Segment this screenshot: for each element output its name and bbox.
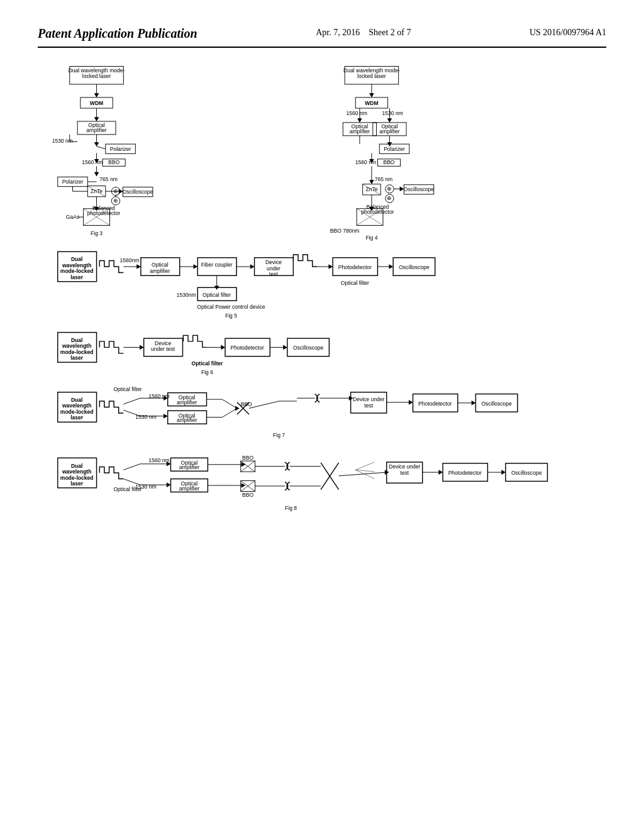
svg-text:amplifier: amplifier xyxy=(177,417,197,423)
svg-text:Polarizer: Polarizer xyxy=(110,146,131,152)
svg-text:Fig 7: Fig 7 xyxy=(273,432,285,438)
svg-marker-16 xyxy=(94,142,99,147)
svg-marker-66 xyxy=(357,118,362,123)
svg-text:Optical filter: Optical filter xyxy=(192,360,224,367)
svg-text:laser: laser xyxy=(70,480,84,487)
svg-text:1530 nm: 1530 nm xyxy=(382,110,403,116)
svg-text:Fig 8: Fig 8 xyxy=(285,505,297,511)
svg-marker-124 xyxy=(250,264,255,269)
svg-text:mode-locked: mode-locked xyxy=(60,409,94,415)
svg-text:Fiber coupler: Fiber coupler xyxy=(201,262,233,268)
svg-text:Fig 4: Fig 4 xyxy=(365,235,377,241)
svg-text:Oscilloscope: Oscilloscope xyxy=(404,186,435,192)
svg-line-172 xyxy=(123,398,140,404)
svg-text:mode-locked: mode-locked xyxy=(60,268,94,274)
svg-text:Device under: Device under xyxy=(353,396,385,402)
svg-text:Photodetector: Photodetector xyxy=(448,470,482,476)
svg-line-217 xyxy=(123,464,140,470)
svg-marker-202 xyxy=(409,400,413,405)
svg-text:1560 nm: 1560 nm xyxy=(355,159,376,165)
svg-text:Oscilloscope: Oscilloscope xyxy=(399,264,430,270)
svg-text:WDM: WDM xyxy=(90,100,103,106)
svg-text:Device: Device xyxy=(265,259,282,265)
svg-text:⊕: ⊕ xyxy=(387,185,392,192)
svg-marker-60 xyxy=(369,93,374,97)
svg-text:Photodetector: Photodetector xyxy=(418,401,452,407)
svg-text:Photodetector: Photodetector xyxy=(231,345,264,351)
page-header: Patent Application Publication Apr. 7, 2… xyxy=(38,25,606,48)
svg-marker-120 xyxy=(194,264,198,269)
patent-page: Patent Application Publication Apr. 7, 2… xyxy=(0,0,644,830)
svg-marker-135 xyxy=(389,264,393,269)
svg-text:test: test xyxy=(269,271,278,277)
svg-text:Oscilloscope: Oscilloscope xyxy=(123,189,153,195)
svg-text:Polarizer: Polarizer xyxy=(62,179,84,185)
svg-text:wavelength: wavelength xyxy=(62,262,92,268)
svg-text:BBO: BBO xyxy=(108,159,119,165)
svg-text:Oscilloscope: Oscilloscope xyxy=(511,470,542,476)
svg-text:Optical: Optical xyxy=(152,262,169,268)
diagrams-svg: Dual wavelength mode- locked laser WDM O… xyxy=(38,60,606,790)
svg-text:1530nm: 1530nm xyxy=(177,292,196,298)
svg-line-19 xyxy=(97,147,106,149)
patent-number: US 2016/0097964 A1 xyxy=(530,28,606,38)
svg-text:1530  nm: 1530 nm xyxy=(135,414,156,420)
svg-marker-261 xyxy=(501,470,506,475)
svg-text:mode-locked: mode-locked xyxy=(60,349,94,355)
svg-line-253 xyxy=(355,462,374,470)
svg-marker-223 xyxy=(167,482,171,487)
svg-text:BBO 780nm: BBO 780nm xyxy=(330,228,360,234)
svg-marker-257 xyxy=(438,470,443,475)
svg-marker-151 xyxy=(140,345,144,350)
svg-text:BBO: BBO xyxy=(383,159,394,165)
patent-title: Patent Application Publication xyxy=(38,25,197,42)
svg-text:laser: laser xyxy=(70,274,84,280)
svg-text:wavelength: wavelength xyxy=(62,468,92,475)
svg-text:laser: laser xyxy=(70,355,84,361)
svg-marker-114 xyxy=(136,264,141,269)
svg-text:GaAs: GaAs xyxy=(66,214,79,220)
svg-text:Fig 5: Fig 5 xyxy=(225,313,237,319)
svg-text:test: test xyxy=(400,470,409,476)
svg-text:WDM: WDM xyxy=(365,100,378,106)
svg-marker-156 xyxy=(221,345,225,350)
svg-marker-8 xyxy=(94,117,99,121)
svg-marker-130 xyxy=(328,264,333,269)
svg-line-193 xyxy=(249,401,279,408)
svg-text:wavelength: wavelength xyxy=(62,402,92,409)
svg-text:Fig 3: Fig 3 xyxy=(91,230,103,236)
svg-text:amplifier: amplifier xyxy=(179,485,199,492)
svg-line-188 xyxy=(222,408,237,417)
svg-text:locked laser: locked laser xyxy=(82,73,111,79)
svg-text:Polarizer: Polarizer xyxy=(384,146,405,152)
svg-text:1560 nm: 1560 nm xyxy=(82,159,103,165)
svg-line-254 xyxy=(355,470,374,472)
svg-text:BBO: BBO xyxy=(242,455,253,461)
svg-text:Optical filter: Optical filter xyxy=(113,386,142,392)
svg-text:mode-locked: mode-locked xyxy=(60,475,94,481)
svg-line-187 xyxy=(222,399,237,408)
svg-text:Dual: Dual xyxy=(71,397,83,403)
svg-line-176 xyxy=(123,410,140,416)
svg-text:Oscilloscope: Oscilloscope xyxy=(293,345,324,351)
svg-text:Dual: Dual xyxy=(71,337,83,343)
svg-text:765 nm: 765 nm xyxy=(375,176,393,182)
patent-sheet: Sheet 2 of 7 xyxy=(369,28,411,37)
svg-text:Device: Device xyxy=(155,340,171,346)
svg-marker-160 xyxy=(283,345,287,350)
patent-date-sheet: Apr. 7, 2016 Sheet 2 of 7 xyxy=(316,28,411,38)
svg-marker-87 xyxy=(369,180,374,184)
svg-text:locked laser: locked laser xyxy=(357,73,386,79)
svg-text:under test: under test xyxy=(151,346,175,352)
svg-marker-178 xyxy=(164,414,168,419)
svg-text:Fig 6: Fig 6 xyxy=(201,369,213,375)
svg-marker-4 xyxy=(94,93,99,97)
svg-text:1560nm: 1560nm xyxy=(119,257,139,263)
svg-text:BBO: BBO xyxy=(241,401,252,407)
svg-text:amplifier: amplifier xyxy=(179,464,199,470)
patent-date: Apr. 7, 2016 xyxy=(316,28,360,37)
svg-text:Device under: Device under xyxy=(389,463,421,470)
svg-text:wavelength: wavelength xyxy=(62,343,92,349)
svg-line-221 xyxy=(123,479,140,485)
svg-marker-189 xyxy=(235,406,240,411)
